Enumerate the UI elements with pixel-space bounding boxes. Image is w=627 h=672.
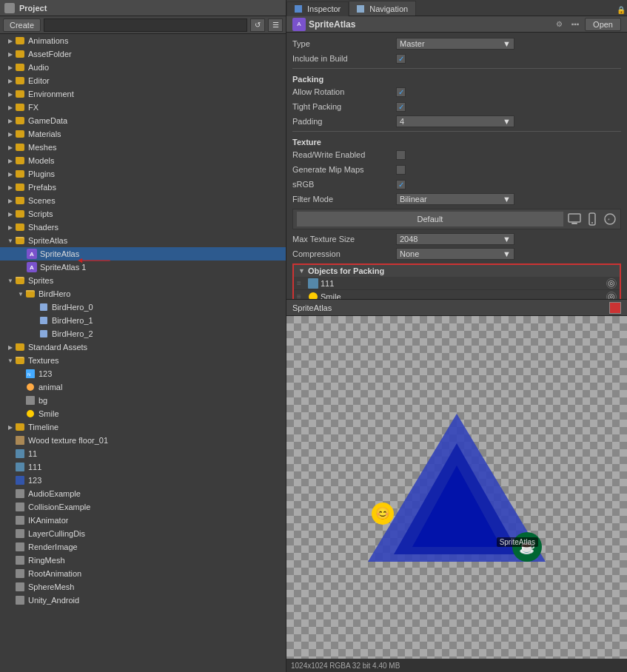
folder-open-icon	[15, 275, 25, 286]
tree-item-standard-assets[interactable]: ▶ Standard Assets	[0, 340, 286, 354]
tree-item-111[interactable]: 111	[0, 460, 286, 474]
padding-field[interactable]: 4 ▼	[396, 115, 514, 127]
tree-item-materials[interactable]: ▶ Materials	[0, 127, 286, 141]
tree-item-sprites-folder[interactable]: ▼ Sprites	[0, 274, 286, 287]
folder-icon	[15, 129, 25, 139]
tree-item-label: 123	[28, 476, 41, 485]
inspector-menu-button[interactable]: ⚙	[552, 18, 566, 31]
tree-item-gamedata[interactable]: ▶ GameData	[0, 114, 286, 127]
tree-item-audio-example[interactable]: AudioExample	[0, 487, 286, 500]
tree-item-models[interactable]: ▶ Models	[0, 154, 286, 167]
generate-mip-checkbox[interactable]	[396, 165, 406, 175]
tree-item-renderimage[interactable]: RenderImage	[0, 540, 286, 554]
tree-item-animations[interactable]: ▶ Animations	[0, 34, 286, 47]
srgb-checkbox[interactable]	[396, 180, 406, 189]
svg-rect-13	[16, 503, 24, 511]
svg-rect-19	[16, 582, 24, 591]
tree-item-animal[interactable]: animal	[0, 380, 286, 394]
tree-item-plugins[interactable]: ▶ Plugins	[0, 167, 286, 181]
tree-item-11[interactable]: 11	[0, 447, 286, 460]
tree-item-birdhero0[interactable]: BirdHero_0	[0, 300, 286, 314]
tree-item-spriteatlas-folder[interactable]: ▼ SpriteAtlas	[0, 234, 286, 247]
tree-item-smile[interactable]: Smile	[0, 407, 286, 420]
folder-icon	[15, 75, 25, 86]
allow-rotation-checkbox[interactable]	[396, 87, 406, 97]
refresh-button[interactable]: ↺	[250, 19, 265, 32]
no-arrow	[6, 503, 15, 511]
tree-item-scenes[interactable]: ▶ Scenes	[0, 194, 286, 207]
tree-item-fx[interactable]: ▶ FX	[0, 101, 286, 114]
tree-item-label: Models	[28, 156, 54, 165]
packing-section-header: Packing	[292, 72, 621, 85]
obj-smile-name: Smile	[321, 292, 606, 300]
obj-item-111[interactable]: ≡ 111 ◎	[294, 277, 620, 290]
tree-item-rootanim[interactable]: RootAnimation	[0, 567, 286, 580]
tree-item-birdhero1[interactable]: BirdHero_1	[0, 314, 286, 327]
checkerboard-bg: 😊 ☕ SpriteAtlas	[286, 316, 627, 659]
platform-mobile-icon[interactable]	[585, 212, 600, 226]
svg-rect-16	[16, 542, 24, 551]
tree-item-bg[interactable]: bg	[0, 394, 286, 407]
inspector-content: Type Master ▼ Include in Build Packing A…	[286, 33, 627, 299]
tree-item-birdhero2[interactable]: BirdHero_2	[0, 327, 286, 340]
compression-dropdown[interactable]: None ▼	[396, 248, 514, 260]
filter-mode-row: Filter Mode Bilinear ▼	[292, 192, 621, 206]
tree-item-layerculling[interactable]: LayerCullingDis	[0, 527, 286, 540]
tree-item-spriteatlas-file[interactable]: A SpriteAtlas	[0, 247, 286, 261]
tree-item-birdhero-folder[interactable]: ▼ BirdHero	[0, 287, 286, 300]
tree-item-spriteatlas1[interactable]: A SpriteAtlas 1	[0, 261, 286, 274]
filter-mode-dropdown[interactable]: Bilinear ▼	[396, 193, 514, 205]
open-button[interactable]: Open	[585, 18, 621, 31]
obj-smile-select-btn[interactable]: ◎	[606, 292, 617, 300]
tree-item-scripts[interactable]: ▶ Scripts	[0, 207, 286, 221]
tree-item-ringmesh[interactable]: RingMesh	[0, 554, 286, 567]
platform-other-icon[interactable]: *	[603, 212, 617, 226]
include-in-build-checkbox[interactable]	[396, 54, 406, 64]
expand-arrow: ▶	[6, 183, 15, 192]
tab-inspector[interactable]: Inspector	[286, 1, 349, 16]
lock-button[interactable]: 🔒	[615, 4, 627, 16]
search-input[interactable]	[44, 19, 247, 32]
tree-item-prefabs[interactable]: ▶ Prefabs	[0, 181, 286, 194]
create-button[interactable]: Create	[3, 19, 41, 32]
svg-rect-9	[16, 449, 24, 458]
tree-item-textures-folder[interactable]: ▼ Textures	[0, 354, 286, 367]
inspector-more-button[interactable]: ▪▪▪	[569, 18, 582, 31]
tree-item-meshes[interactable]: ▶ Meshes	[0, 141, 286, 154]
platform-desktop-icon[interactable]	[567, 212, 582, 226]
tree-item-shaders[interactable]: ▶ Shaders	[0, 221, 286, 234]
project-panel: Project Create ↺ ☰ ▶ Animations ▶ AssetF…	[0, 0, 286, 672]
type-dropdown[interactable]: Master ▼	[396, 38, 514, 50]
read-write-checkbox[interactable]	[396, 150, 406, 160]
obj-111-select-btn[interactable]: ◎	[606, 278, 617, 289]
preview-title: SpriteAtlas	[292, 303, 332, 312]
tree-item-ikanimator[interactable]: IKAnimator	[0, 514, 286, 527]
sprite-atlas1-icon: A	[27, 262, 37, 272]
preview-color-button[interactable]	[609, 302, 621, 314]
obj-item-smile[interactable]: ≡ Smile ◎	[294, 290, 620, 299]
tree-item-editor[interactable]: ▶ Editor	[0, 74, 286, 87]
svg-rect-23	[569, 214, 580, 222]
tree-item-timeline[interactable]: ▶ Timeline	[0, 420, 286, 434]
tight-packing-checkbox[interactable]	[396, 102, 406, 112]
platform-default-btn[interactable]: Default	[296, 211, 564, 227]
padding-value: 4	[400, 117, 404, 126]
settings-button[interactable]: ☰	[268, 19, 283, 32]
tree-item-wood[interactable]: Wood texture floor_01	[0, 434, 286, 447]
tree-item-assetfolder[interactable]: ▶ AssetFolder	[0, 47, 286, 61]
tree-item-label: GameData	[28, 116, 67, 125]
tight-packing-label: Tight Packing	[292, 102, 396, 111]
tree-item-123[interactable]: 123	[0, 474, 286, 487]
tab-navigation[interactable]: Navigation	[349, 1, 416, 16]
tree-item-audio[interactable]: ▶ Audio	[0, 61, 286, 74]
preview-info-bar: 1024x1024 RGBA 32 bit 4.40 MB	[286, 659, 627, 672]
max-texture-size-dropdown[interactable]: 2048 ▼	[396, 233, 514, 245]
no-arrow	[6, 542, 15, 551]
tree-item-environment[interactable]: ▶ Environment	[0, 87, 286, 101]
tree-item-label: Smile	[38, 409, 59, 418]
expand-arrow: ▶	[6, 343, 15, 352]
tree-item-unity-android[interactable]: Unity_Android	[0, 594, 286, 607]
tree-item-tex123[interactable]: N 123	[0, 367, 286, 380]
tree-item-spheremesh[interactable]: SphereMesh	[0, 580, 286, 594]
tree-item-collision[interactable]: CollisionExample	[0, 500, 286, 514]
